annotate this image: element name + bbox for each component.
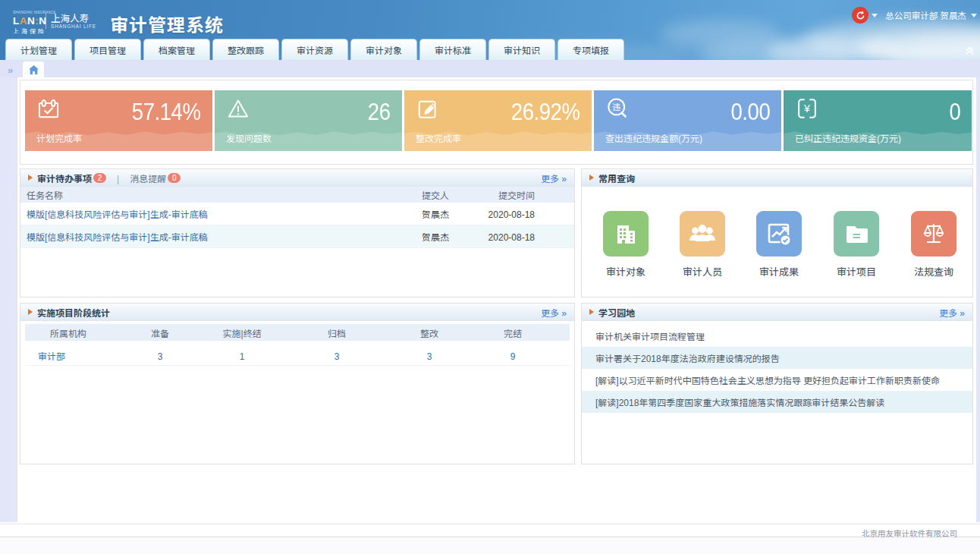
svg-text:违: 违 xyxy=(612,100,620,112)
svg-text:¥: ¥ xyxy=(803,100,810,115)
